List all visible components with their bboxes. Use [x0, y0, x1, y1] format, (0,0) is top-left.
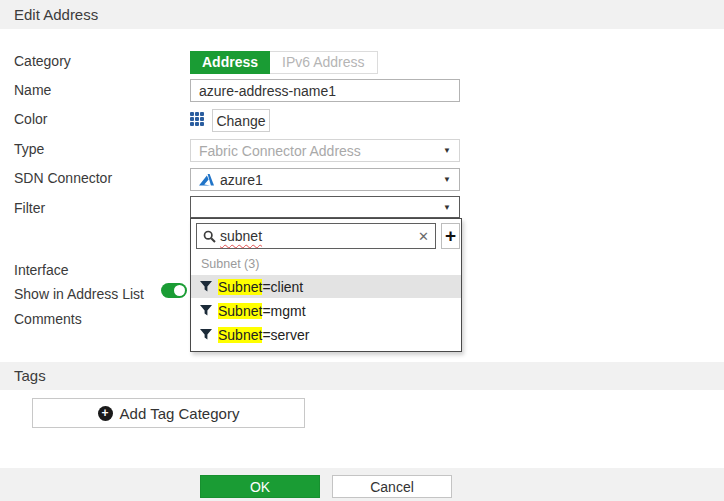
color-label: Color: [14, 111, 47, 127]
funnel-icon: [200, 305, 212, 317]
filter-option-highlight: Subnet: [218, 327, 262, 343]
sdn-connector-value: azure1: [220, 172, 263, 188]
edit-address-dialog: Edit Address Category Name Color Type SD…: [0, 0, 724, 501]
interface-label: Interface: [14, 262, 68, 278]
search-icon: [203, 230, 216, 243]
type-select: Fabric Connector Address ▼: [190, 139, 460, 162]
tags-section-title: Tags: [0, 362, 724, 390]
type-select-value: Fabric Connector Address: [199, 143, 361, 159]
filter-group-header: Subnet (3): [201, 257, 259, 271]
color-swatch-icon: [190, 112, 206, 128]
filter-label: Filter: [14, 200, 45, 216]
name-input[interactable]: [190, 79, 460, 102]
azure-logo-icon: [199, 174, 214, 186]
filter-option-rest: =mgmt: [262, 303, 305, 319]
category-option-ipv6-address[interactable]: IPv6 Address: [270, 51, 378, 74]
add-filter-button[interactable]: +: [441, 223, 460, 249]
chevron-down-icon: ▼: [443, 175, 451, 184]
filter-option-subnet-server[interactable]: Subnet=server: [191, 323, 461, 346]
sdn-connector-label: SDN Connector: [14, 170, 112, 186]
chevron-down-icon: ▼: [443, 203, 451, 212]
filter-option-highlight: Subnet: [218, 303, 262, 319]
name-label: Name: [14, 82, 51, 98]
ok-button[interactable]: OK: [200, 475, 320, 498]
cancel-button[interactable]: Cancel: [332, 475, 452, 498]
filter-dropdown-panel: subnet ✕ + Subnet (3) Subnet=client Subn…: [190, 218, 462, 352]
show-in-address-list-toggle[interactable]: [161, 283, 187, 298]
filter-search-box[interactable]: subnet ✕: [196, 223, 436, 249]
category-segmented-control: Address IPv6 Address: [190, 51, 378, 74]
sdn-connector-select[interactable]: azure1 ▼: [190, 168, 460, 191]
filter-option-rest: =client: [262, 279, 303, 295]
filter-option-highlight: Subnet: [218, 279, 262, 295]
chevron-down-icon: ▼: [443, 146, 451, 155]
add-tag-category-button[interactable]: + Add Tag Category: [32, 398, 305, 428]
add-tag-category-label: Add Tag Category: [120, 405, 240, 422]
circle-plus-icon: +: [98, 406, 113, 421]
filter-search-input[interactable]: subnet: [220, 228, 262, 244]
funnel-icon: [200, 329, 212, 341]
page-title: Edit Address: [0, 0, 724, 29]
funnel-icon: [200, 281, 212, 293]
clear-search-icon[interactable]: ✕: [418, 229, 429, 244]
type-label: Type: [14, 141, 44, 157]
category-option-address[interactable]: Address: [190, 51, 270, 74]
filter-option-subnet-mgmt[interactable]: Subnet=mgmt: [191, 299, 461, 322]
toggle-knob: [174, 285, 185, 296]
category-label: Category: [14, 53, 71, 69]
filter-option-subnet-client[interactable]: Subnet=client: [191, 275, 461, 298]
filter-option-rest: =server: [262, 327, 309, 343]
show-in-address-list-label: Show in Address List: [14, 286, 144, 302]
color-change-button[interactable]: Change: [212, 109, 270, 132]
comments-label: Comments: [14, 311, 82, 327]
filter-select[interactable]: ▼: [190, 196, 460, 218]
